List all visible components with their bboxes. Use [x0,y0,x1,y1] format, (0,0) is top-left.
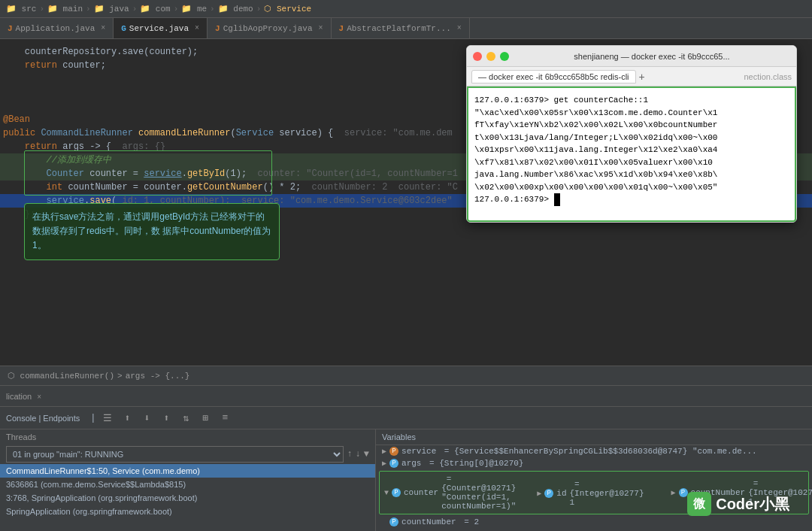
thread-item-label: 3:768, SpringApplication (org.springfram… [6,493,197,502]
nav-up-icon[interactable]: ↑ [347,449,352,460]
app-tab-label: lication [6,392,32,401]
bc-com: 📁 com [140,4,170,14]
bc-main: 📁 main [47,4,83,14]
close-icon[interactable]: × [195,24,199,32]
terminal-panel: shenjianeng — docker exec -it 6b9ccc65..… [466,45,797,223]
terminal-tab-bar: — docker exec -it 6b9ccc658b5c redis-cli… [467,67,796,86]
tab-label: Service.java [129,24,189,33]
variables-panel: Variables ▶ P service = {Service$$Enhanc… [376,429,812,531]
thread-item[interactable]: 3:768, SpringApplication (org.springfram… [0,491,375,505]
thread-running-row: 01 in group "main": RUNNING ↑ ↓ ▼ [0,445,375,464]
bc-src: 📁 src [6,4,36,14]
java-icon: J [8,24,13,33]
tab-label: Application.java [16,24,95,33]
minimize-traffic-light[interactable] [486,52,495,61]
thread-dropdown[interactable]: 01 in group "main": RUNNING [6,446,344,463]
bottom-breadcrumb: ⬡ commandLineRunner() > args -> {...} [0,366,812,386]
console-endpoints-label: Console | Endpoints [6,414,80,423]
tab-abstract[interactable]: J AbstractPlatformTr... × [332,18,470,38]
add-tab-button[interactable]: + [639,71,645,83]
annotation-text: 在执行save方法之前，通过调用getById方法 已经将对于的数据缓存到了re… [32,211,271,250]
var-type-icon: P [392,488,401,497]
table-button[interactable]: ⊞ [198,411,213,426]
var-type-icon: P [389,459,398,468]
format-button[interactable]: ⇅ [178,411,193,426]
tab-application-java[interactable]: J Application.java × [0,18,114,38]
filter-icon[interactable]: ▼ [364,449,369,460]
wm-text: Coder小黑 [716,494,789,514]
terminal-output: 127.0.0.1:6379> get counterCache::1"\xac… [474,96,717,204]
settings-button[interactable]: ≡ [217,411,232,426]
thread-item-label: CommandLineRunner$1:50, Service (com.me.… [6,466,200,475]
bc-me: 📁 me [181,4,207,14]
watermark: 微 Coder小黑 [687,492,789,516]
nav-down-icon[interactable]: ↓ [356,449,361,460]
editor-tabs: J Application.java × G Service.java × J … [0,18,812,39]
var-service: ▶ P service = {Service$$EnhancerBySpring… [376,445,812,457]
terminal-title: shenjianeng — docker exec -it 6b9ccc65..… [514,52,790,61]
bottom-bc-text: ⬡ commandLineRunner() [8,371,114,381]
var-type-icon: P [544,489,553,498]
tab-label: AbstractPlatformTr... [347,24,451,33]
close-icon[interactable]: × [319,24,323,32]
maximize-traffic-light[interactable] [500,52,509,61]
up-button[interactable]: ⬆ [120,411,135,426]
tab-application[interactable]: lication × [6,389,41,404]
list-view-button[interactable]: ☰ [100,411,115,426]
terminal-tab[interactable]: — docker exec -it 6b9ccc658b5c redis-cli [471,70,636,83]
down-button[interactable]: ⬇ [139,411,154,426]
close-icon[interactable]: × [457,24,462,32]
wm-icon: 微 [687,492,711,516]
code-panel: counterRepository.save(counter); return … [0,39,812,332]
close-traffic-light[interactable] [473,52,482,61]
tab-service-java[interactable]: G Service.java × [114,18,208,38]
vars-header: Variables [376,429,812,445]
var-id: ▶ P id = {Integer@10277} 1 [531,478,650,508]
tab-cglib[interactable]: J CglibAopProxy.java × [208,18,331,38]
breadcrumb-bar: 📁 src › 📁 main › 📁 java › 📁 com › 📁 me ›… [0,0,812,18]
var-args: ▶ P args = {String[0]@10270} [376,457,812,469]
java-icon: J [215,24,220,33]
threads-panel: Threads 01 in group "main": RUNNING ↑ ↓ … [0,429,376,531]
close-icon[interactable]: × [101,24,105,32]
bc-demo: 📁 demo [218,4,253,14]
export-button[interactable]: ⬆ [159,411,174,426]
service-icon: G [121,24,126,33]
thread-item-label: SpringApplication (org.springframework.b… [6,507,172,516]
java-icon: J [339,24,344,33]
thread-selector: Threads [0,429,375,445]
threads-header: Threads [6,432,36,441]
terminal-titlebar: shenjianeng — docker exec -it 6b9ccc65..… [467,46,796,67]
bc-java: 📁 java [94,4,129,14]
tab-label: CglibAopProxy.java [223,24,313,33]
var-type-icon: P [679,488,688,497]
thread-item-selected[interactable]: CommandLineRunner$1:50, Service (com.me.… [0,464,375,478]
terminal-content: 127.0.0.1:6379> get counterCache::1"\xac… [467,86,796,222]
thread-item-label: 3636861 (com.me.demo.Service$$Lambda$815… [6,480,186,489]
var-type-icon: P [389,447,398,456]
var-count-number-2: ▶ P countNumber = 2 [376,516,812,528]
bottom-area: ⬡ commandLineRunner() > args -> {...} li… [0,366,812,531]
connection-label: nection.class [744,72,792,81]
bc-service: ⬡ Service [264,4,311,14]
close-icon[interactable]: × [37,393,41,401]
annotation-box: 在执行save方法之前，通过调用getById方法 已经将对于的数据缓存到了re… [24,203,280,260]
var-type-icon: P [389,517,398,526]
bottom-main: Threads 01 in group "main": RUNNING ↑ ↓ … [0,429,812,531]
bottom-bc-args: args -> {...} [126,372,190,381]
debug-toolbar: Console | Endpoints | ☰ ⬆ ⬇ ⬆ ⇅ ⊞ ≡ [0,407,812,429]
bottom-tabs: lication × [0,386,812,407]
thread-item[interactable]: 3636861 (com.me.demo.Service$$Lambda$815… [0,478,375,491]
thread-item[interactable]: SpringApplication (org.springframework.b… [0,505,375,518]
